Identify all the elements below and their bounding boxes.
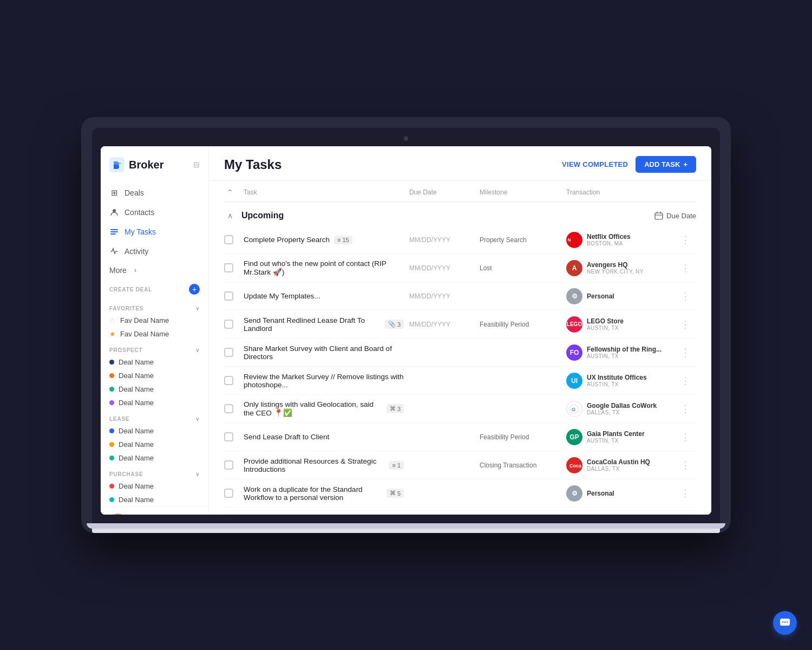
- task-name-cell-5: Share Market Survey with Client and Boar…: [244, 344, 409, 361]
- task-transaction-3[interactable]: ⚙ Personal: [566, 288, 675, 304]
- add-task-link[interactable]: ADD TASK...: [224, 508, 266, 515]
- task-checkbox-2[interactable]: [224, 263, 233, 272]
- tasks-area[interactable]: ⌃ Task Due Date Milestone Transaction ∧ …: [209, 181, 711, 515]
- prospect-chevron[interactable]: ∨: [195, 347, 200, 353]
- task-checkbox-4[interactable]: [224, 320, 233, 329]
- prospect-dot-4: [109, 400, 114, 405]
- section-due-date[interactable]: Due Date: [654, 211, 696, 220]
- task-name-cell-1: Complete Property Search ≡ 15: [244, 236, 409, 244]
- task-transaction-1[interactable]: N Netflix Offices BOSTON, MA: [566, 232, 675, 248]
- task-checkbox-8[interactable]: [224, 432, 233, 441]
- prospect-deal-4[interactable]: Deal Name: [101, 396, 208, 410]
- task-transaction-4[interactable]: LEGO LEGO Store AUSTIN, TX: [566, 316, 675, 333]
- task-more-5[interactable]: ⋮: [675, 347, 696, 359]
- view-completed-button[interactable]: VIEW COMPLETED: [562, 160, 628, 168]
- trans-avatar-5: FO: [566, 344, 582, 361]
- fav-deal-1[interactable]: ☆ Fav Deal Name: [101, 314, 208, 327]
- prospect-deal-3[interactable]: Deal Name: [101, 382, 208, 396]
- create-deal-button[interactable]: +: [189, 284, 200, 295]
- calendar-icon: [654, 211, 663, 220]
- purchase-deal-2[interactable]: Deal Name: [101, 493, 208, 506]
- contacts-icon: [109, 207, 119, 217]
- upcoming-collapse-button[interactable]: ∧: [224, 210, 236, 222]
- task-transaction-8[interactable]: GP Gaia Plants Center AUSTIN, TX: [566, 429, 675, 445]
- task-transaction-2[interactable]: A Avengers HQ NEW YORK CITY, NY: [566, 260, 675, 276]
- main-content: My Tasks VIEW COMPLETED ADD TASK + ⌃ Tas…: [209, 146, 711, 515]
- task-name-4: Send Tenant Redlined Lease Draft To Land…: [244, 316, 381, 333]
- lease-deal-1[interactable]: Deal Name: [101, 424, 208, 438]
- task-more-8[interactable]: ⋮: [675, 431, 696, 443]
- sidebar-item-my-tasks[interactable]: My Tasks: [101, 222, 208, 242]
- header-actions: VIEW COMPLETED ADD TASK +: [562, 156, 696, 173]
- task-transaction-10[interactable]: ⚙ Personal: [566, 485, 675, 502]
- chat-bubble[interactable]: [773, 611, 797, 635]
- lease-deal-name-3: Deal Name: [119, 454, 154, 462]
- purchase-deal-name-2: Deal Name: [119, 496, 154, 504]
- svg-point-2: [113, 209, 116, 212]
- user-avatar: LM: [109, 514, 127, 515]
- task-transaction-6[interactable]: UI UX Institute Offices AUSTIN, TX: [566, 373, 675, 389]
- task-due-3: MM/DD/YYYY: [409, 292, 480, 300]
- sidebar-item-activity[interactable]: Activity: [101, 242, 208, 261]
- task-row: Send Tenant Redlined Lease Draft To Land…: [224, 310, 696, 339]
- lease-deal-3[interactable]: Deal Name: [101, 451, 208, 465]
- due-date-label: Due Date: [666, 212, 696, 220]
- book-icon[interactable]: ⊟: [193, 160, 200, 169]
- task-checkbox-10[interactable]: [224, 489, 233, 498]
- task-checkbox-9[interactable]: [224, 460, 233, 470]
- sidebar: Broker ⊟ ⊞ Deals Contacts: [101, 146, 209, 515]
- sidebar-item-contacts[interactable]: Contacts: [101, 203, 208, 222]
- prospect-deal-1[interactable]: Deal Name: [101, 355, 208, 369]
- task-checkbox-7[interactable]: [224, 404, 233, 413]
- trans-info-3: Personal: [587, 292, 675, 300]
- more-chevron: ›: [134, 266, 136, 274]
- task-more-1[interactable]: ⋮: [675, 234, 696, 246]
- task-more-2[interactable]: ⋮: [675, 262, 696, 274]
- task-transaction-9[interactable]: Coca CocaCola Austin HQ DALLAS, TX: [566, 457, 675, 473]
- purchase-chevron[interactable]: ∨: [195, 471, 200, 477]
- task-more-6[interactable]: ⋮: [675, 375, 696, 387]
- task-more-7[interactable]: ⋮: [675, 403, 696, 415]
- task-checkbox-5[interactable]: [224, 348, 233, 357]
- purchase-dot-1: [109, 484, 114, 489]
- task-more-3[interactable]: ⋮: [675, 290, 696, 302]
- trans-avatar-3: ⚙: [566, 288, 582, 304]
- badge-icon: ≡: [337, 237, 340, 243]
- svg-point-13: [782, 621, 783, 622]
- sidebar-more[interactable]: More ›: [101, 261, 208, 280]
- laptop-bottom: [92, 523, 720, 533]
- col-due-date-header: Due Date: [409, 188, 480, 196]
- laptop-outer: Broker ⊟ ⊞ Deals Contacts: [81, 117, 731, 533]
- star-icon-outline: ☆: [109, 316, 116, 324]
- task-more-10[interactable]: ⋮: [675, 487, 696, 499]
- task-transaction-7[interactable]: G Google Dallas CoWork DALLAS, TX: [566, 401, 675, 417]
- task-checkbox-3[interactable]: [224, 291, 233, 301]
- lease-deal-2[interactable]: Deal Name: [101, 438, 208, 451]
- task-checkbox-1[interactable]: [224, 235, 233, 244]
- collapse-all-button[interactable]: ⌃: [224, 186, 236, 198]
- badge-icon-7: ⌘: [390, 405, 396, 412]
- task-row: Review the Market Survey // Remove listi…: [224, 367, 696, 395]
- sidebar-item-deals[interactable]: ⊞ Deals: [101, 183, 208, 203]
- task-checkbox-6[interactable]: [224, 376, 233, 385]
- plus-icon: +: [683, 160, 687, 168]
- my-tasks-label: My Tasks: [125, 227, 156, 236]
- trans-name-10: Personal: [587, 490, 675, 497]
- task-more-4[interactable]: ⋮: [675, 318, 696, 330]
- task-name-cell-10: Work on a duplicate for the Standard Wor…: [244, 485, 409, 502]
- task-milestone-9: Closing Transaction: [480, 461, 566, 469]
- prospect-deal-2[interactable]: Deal Name: [101, 369, 208, 382]
- prospect-deal-name-2: Deal Name: [119, 372, 154, 380]
- fav-deal-2[interactable]: ★ Fav Deal Name: [101, 327, 208, 341]
- purchase-deal-1[interactable]: Deal Name: [101, 479, 208, 493]
- trans-name-4: LEGO Store: [587, 317, 675, 325]
- task-more-9[interactable]: ⋮: [675, 459, 696, 471]
- add-task-button[interactable]: ADD TASK +: [636, 156, 696, 173]
- lease-chevron[interactable]: ∨: [195, 416, 200, 422]
- task-transaction-5[interactable]: FO Fellowship of the Ring... AUSTIN, TX: [566, 344, 675, 361]
- fav-deal-name-1: Fav Deal Name: [120, 316, 169, 324]
- deals-label: Deals: [125, 188, 144, 197]
- trans-avatar-6: UI: [566, 373, 582, 389]
- task-row: Find out who's the new point of contact …: [224, 254, 696, 282]
- favorites-chevron[interactable]: ∨: [195, 306, 200, 311]
